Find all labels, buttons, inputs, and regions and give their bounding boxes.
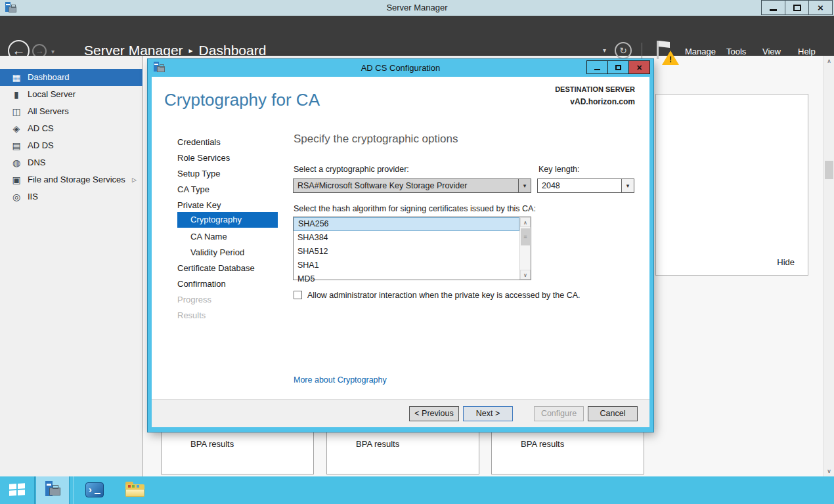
windows-logo-icon — [9, 483, 26, 497]
nav-history-caret[interactable]: ▾ — [51, 48, 55, 55]
breadcrumb-page[interactable]: Dashboard — [199, 43, 267, 58]
role-tile-2: BPA results — [326, 431, 479, 474]
menu-manage[interactable]: Manage — [685, 47, 716, 56]
sidebar: ▦Dashboard ▮Local Server ◫All Servers ◈A… — [0, 56, 143, 476]
local-server-icon: ▮ — [11, 86, 22, 103]
sidebar-item-all-servers[interactable]: ◫All Servers — [0, 103, 143, 120]
close-button[interactable]: × — [808, 0, 833, 15]
step-ca-name[interactable]: CA Name — [152, 229, 278, 245]
scroll-up-icon[interactable]: ∧ — [520, 217, 531, 227]
forward-icon: → — [35, 46, 44, 56]
refresh-icon: ↻ — [619, 45, 627, 56]
step-role-services[interactable]: Role Services — [152, 150, 278, 166]
step-progress: Progress — [152, 292, 278, 308]
sidebar-item-local-server[interactable]: ▮Local Server — [0, 86, 143, 103]
listbox-scrollbar[interactable]: ∧ ≡ ∨ — [519, 217, 531, 280]
admin-interaction-label: Allow administrator interaction when the… — [307, 291, 580, 300]
server-manager-titlebar: Server Manager × — [0, 0, 834, 16]
hash-option-md5[interactable]: MD5 — [294, 272, 519, 286]
taskbar-powershell-button[interactable]: › — [85, 482, 104, 497]
menu-tools[interactable]: Tools — [726, 47, 746, 56]
bpa-results-link[interactable]: BPA results — [521, 439, 564, 449]
taskbar-server-manager-button[interactable] — [35, 476, 70, 504]
chevron-down-icon[interactable]: ▾ — [518, 179, 531, 192]
hash-algorithm-listbox[interactable]: SHA256 SHA384 SHA512 SHA1 MD5 ∧ ≡ ∨ — [293, 217, 531, 280]
provider-combobox[interactable]: RSA#Microsoft Software Key Storage Provi… — [293, 178, 531, 193]
powershell-icon: › — [89, 484, 92, 495]
hide-button[interactable]: Hide — [777, 257, 795, 267]
ad-cs-configuration-dialog: AD CS Configuration × Cryptography for C… — [148, 59, 653, 432]
step-results: Results — [152, 308, 278, 324]
server-manager-toolbar: ← → ▾ Server Manager▸Dashboard ▾ ↻ ! Man… — [0, 16, 834, 56]
menu-help[interactable]: Help — [798, 47, 816, 56]
scrollbar-thumb[interactable]: ≡ — [521, 228, 530, 245]
previous-button[interactable]: < Previous — [409, 406, 459, 421]
step-setup-type[interactable]: Setup Type — [152, 166, 278, 182]
more-about-cryptography-link[interactable]: More about Cryptography — [294, 375, 387, 385]
scroll-down-icon[interactable]: ∨ — [520, 270, 531, 280]
breadcrumb-arrow-icon: ▸ — [189, 46, 193, 55]
taskbar-separator — [73, 476, 74, 504]
window-controls: × — [762, 0, 833, 15]
scroll-down-icon[interactable]: ∨ — [824, 466, 834, 476]
scroll-up-icon[interactable]: ∧ — [824, 56, 834, 66]
key-length-label: Key length: — [538, 165, 580, 174]
ad-cs-icon: ◈ — [11, 120, 22, 137]
step-private-key[interactable]: Private Key — [152, 198, 278, 213]
iis-icon: ◎ — [11, 188, 22, 205]
chevron-down-icon[interactable]: ▾ — [621, 179, 634, 192]
menu-view[interactable]: View — [762, 47, 781, 56]
hash-option-sha1[interactable]: SHA1 — [294, 259, 519, 272]
restore-icon — [793, 5, 801, 11]
notifications-caret-icon[interactable]: ▾ — [603, 47, 606, 54]
minimize-button[interactable] — [761, 0, 785, 15]
sidebar-item-iis[interactable]: ◎IIS — [0, 188, 143, 205]
wizard-content: Specify the cryptographic options Select… — [292, 59, 651, 432]
taskbar: › ▲ × 5:38 PM 8/4/2019 — [0, 476, 834, 504]
window-title: Server Manager — [0, 3, 834, 12]
close-icon: × — [818, 3, 823, 12]
next-button[interactable]: Next > — [463, 406, 513, 421]
role-tile-1: BPA results — [161, 431, 314, 474]
toolbar-separator — [642, 43, 642, 60]
configure-button: Configure — [534, 406, 584, 421]
minimize-icon — [770, 9, 777, 11]
bpa-results-link[interactable]: BPA results — [356, 439, 399, 449]
bpa-results-link[interactable]: BPA results — [190, 439, 234, 449]
wizard-footer: < Previous Next > Configure Cancel — [152, 399, 649, 427]
restore-button[interactable] — [785, 0, 809, 15]
hash-option-sha256[interactable]: SHA256 — [294, 217, 519, 231]
notification-flyout: Hide — [655, 94, 808, 276]
step-validity-period[interactable]: Validity Period — [152, 245, 278, 261]
sidebar-item-ad-ds[interactable]: ▤AD DS — [0, 137, 143, 154]
step-certificate-database[interactable]: Certificate Database — [152, 261, 278, 276]
sidebar-item-dns[interactable]: ◍DNS — [0, 154, 143, 171]
submenu-chevron-icon: ▷ — [132, 171, 137, 188]
hash-algorithm-label: Select the hash algorithm for signing ce… — [294, 204, 536, 213]
role-tile-3: BPA results — [491, 431, 644, 474]
taskbar-file-explorer-button[interactable] — [125, 482, 144, 498]
step-confirmation[interactable]: Confirmation — [152, 276, 278, 292]
section-heading: Specify the cryptographic options — [294, 133, 458, 146]
hash-option-sha384[interactable]: SHA384 — [294, 231, 519, 245]
refresh-button[interactable]: ↻ — [615, 42, 632, 59]
key-length-combobox[interactable]: 2048 ▾ — [537, 178, 634, 193]
all-servers-icon: ◫ — [11, 103, 22, 120]
sidebar-item-ad-cs[interactable]: ◈AD CS — [0, 120, 143, 137]
ad-ds-icon: ▤ — [11, 137, 22, 154]
step-ca-type[interactable]: CA Type — [152, 182, 278, 198]
hash-option-sha512[interactable]: SHA512 — [294, 245, 519, 259]
scrollbar-thumb[interactable] — [825, 161, 833, 179]
notifications-flag-icon[interactable] — [657, 41, 659, 59]
start-button[interactable] — [0, 476, 35, 504]
step-cryptography[interactable]: Cryptography — [177, 212, 278, 228]
desktop: Server Manager × ← → ▾ Server Manager▸Da… — [0, 0, 834, 504]
sidebar-item-file-storage[interactable]: ▣File and Storage Services ▷ — [0, 171, 143, 188]
admin-interaction-checkbox[interactable] — [294, 291, 302, 299]
warning-badge-icon[interactable]: ! — [662, 51, 679, 65]
provider-label: Select a cryptographic provider: — [294, 165, 409, 174]
cancel-button[interactable]: Cancel — [588, 406, 638, 421]
main-scrollbar[interactable]: ∧ ∨ — [823, 56, 834, 476]
step-credentials[interactable]: Credentials — [152, 135, 278, 150]
sidebar-item-dashboard[interactable]: ▦Dashboard — [0, 69, 143, 86]
